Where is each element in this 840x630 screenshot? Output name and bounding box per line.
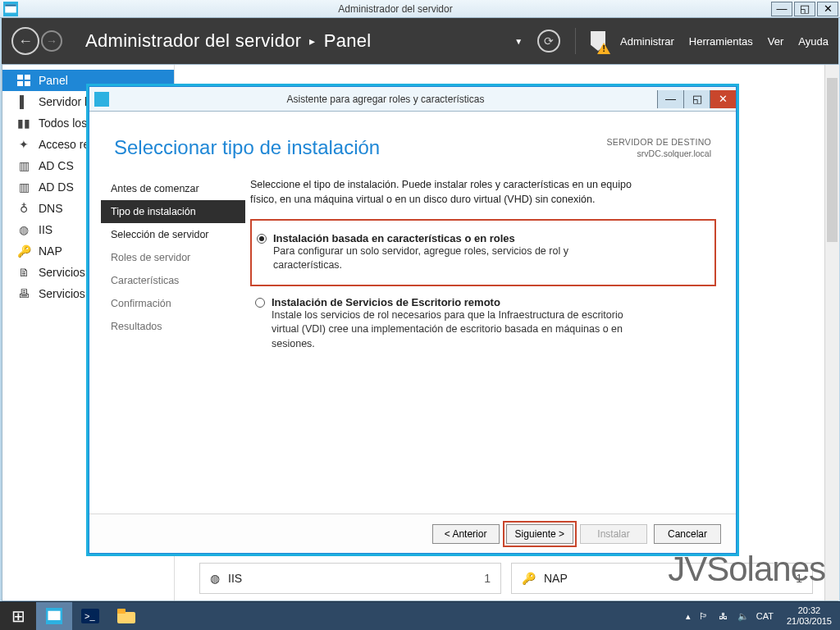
nav-back-button[interactable]: ← [11, 27, 39, 55]
step-confirmation[interactable]: Confirmación [101, 292, 245, 315]
parent-titlebar: Administrador del servidor — ◱ ✕ [0, 0, 840, 18]
radio-role-based[interactable] [257, 234, 267, 244]
svg-rect-4 [17, 81, 23, 86]
step-server-selection[interactable]: Selección de servidor [101, 223, 245, 246]
radio-rds[interactable] [255, 298, 265, 308]
sidebar-item-label: DNS [39, 202, 63, 215]
sidebar-item-label: AD DS [39, 180, 74, 194]
server-manager-icon [94, 92, 109, 107]
option-rds[interactable]: Instalación de Servicios de Escritorio r… [250, 293, 716, 355]
minimize-button[interactable]: — [771, 2, 792, 16]
sidebar-item-label: IIS [39, 223, 52, 236]
wizard-heading: Seleccionar tipo de instalación [114, 136, 607, 159]
taskbar: ⊞ >_ ▴ 🏳 🖧 🔈 CAT 20:32 21/03/2015 [0, 601, 840, 630]
clock-date: 21/03/2015 [787, 616, 832, 627]
tray-chevron-icon[interactable]: ▴ [686, 611, 691, 622]
sidebar-item-label: NAP [39, 244, 62, 258]
servers-icon: ▮▮ [17, 117, 30, 129]
menu-help[interactable]: Ayuda [798, 35, 829, 48]
svg-rect-1 [5, 4, 16, 6]
notifications-flag[interactable]: ! [591, 31, 605, 51]
breadcrumb-current[interactable]: Panel [324, 30, 372, 52]
destination-server: SERVIDOR DE DESTINO srvDC.solquer.local [607, 136, 711, 159]
prev-button[interactable]: < Anterior [432, 524, 500, 544]
svg-rect-5 [25, 81, 30, 86]
next-button[interactable]: Siguiente > [506, 524, 573, 544]
taskbar-powershell[interactable]: >_ [72, 602, 108, 630]
tile-label: IIS [228, 572, 242, 585]
option-role-based[interactable]: Instalación basada en características o … [250, 219, 716, 286]
taskbar-clock[interactable]: 20:32 21/03/2015 [778, 605, 840, 627]
tray-flag-icon[interactable]: 🏳 [697, 609, 710, 623]
install-button[interactable]: Instalar [580, 524, 647, 544]
menu-view[interactable]: Ver [768, 35, 784, 48]
command-bar: ← → Administrador del servidor ▸ Panel ▼… [2, 18, 838, 64]
dest-server-name: srvDC.solquer.local [607, 148, 711, 159]
tile-iis[interactable]: ◍ IIS 1 [199, 563, 501, 594]
taskbar-server-manager[interactable] [36, 602, 72, 630]
dest-label: SERVIDOR DE DESTINO [607, 136, 711, 148]
step-features[interactable]: Características [101, 269, 245, 292]
svg-rect-2 [17, 75, 23, 80]
svg-rect-11 [117, 609, 126, 614]
sidebar-item-label: AD CS [39, 159, 74, 172]
breadcrumb-dropdown-icon[interactable]: ▼ [514, 37, 523, 46]
tray-network-icon[interactable]: 🖧 [717, 609, 730, 623]
tile-label: NAP [544, 572, 568, 585]
server-icon: ▌ [17, 96, 30, 107]
wizard-footer: < Anterior Siguiente > Instalar Cancelar [89, 514, 736, 553]
step-results[interactable]: Resultados [101, 315, 245, 338]
svg-rect-3 [25, 75, 30, 80]
step-installation-type[interactable]: Tipo de instalación [101, 200, 245, 223]
system-tray[interactable]: ▴ 🏳 🖧 🔈 CAT [681, 609, 778, 623]
wizard-close-button[interactable]: ✕ [710, 90, 736, 108]
role-tiles: ◍ IIS 1 🔑 NAP 1 [199, 563, 813, 594]
cert-icon: ▥ [17, 160, 30, 171]
iis-icon: ◍ [210, 572, 220, 585]
add-roles-wizard: Asistente para agregar roles y caracterí… [89, 86, 737, 554]
chevron-right-icon: ▸ [309, 34, 315, 48]
wizard-main: Seleccione el tipo de instalación. Puede… [245, 177, 716, 354]
window-title: Administrador del servidor [21, 3, 769, 15]
server-manager-window: Administrador del servidor — ◱ ✕ ← → Adm… [0, 0, 840, 630]
nav-forward-button[interactable]: → [41, 30, 62, 52]
wizard-steps: Antes de comenzar Tipo de instalación Se… [101, 177, 245, 354]
maximize-button[interactable]: ◱ [794, 2, 815, 16]
refresh-button[interactable]: ⟳ [537, 30, 560, 52]
cancel-button[interactable]: Cancelar [654, 524, 721, 544]
iis-icon: ◍ [17, 224, 30, 235]
svg-rect-7 [48, 611, 61, 620]
wizard-title: Asistente para agregar roles y caracterí… [114, 94, 657, 105]
globe-icon: ✦ [17, 139, 30, 150]
tile-nap[interactable]: 🔑 NAP 1 [511, 563, 813, 594]
dns-icon: ♁ [17, 203, 30, 214]
step-server-roles[interactable]: Roles de servidor [101, 246, 245, 269]
menu-manage[interactable]: Administrar [620, 35, 674, 48]
dashboard-icon [17, 75, 30, 86]
breadcrumb: Administrador del servidor ▸ Panel [85, 30, 523, 52]
files-icon: 🗎 [17, 267, 30, 278]
directory-icon: ▥ [17, 181, 30, 193]
wizard-minimize-button[interactable]: — [657, 90, 683, 108]
key-icon: 🔑 [522, 572, 536, 585]
option-desc: Instale los servicios de rol necesarios … [272, 308, 632, 352]
breadcrumb-root[interactable]: Administrador del servidor [85, 30, 301, 52]
tray-sound-icon[interactable]: 🔈 [737, 609, 750, 623]
clock-time: 20:32 [787, 605, 832, 616]
wizard-maximize-button[interactable]: ◱ [683, 90, 710, 108]
taskbar-explorer[interactable] [108, 602, 144, 630]
wizard-intro-text: Seleccione el tipo de instalación. Puede… [250, 177, 636, 207]
printer-icon: 🖶 [17, 288, 30, 299]
option-title: Instalación basada en características o … [273, 232, 634, 244]
close-button[interactable]: ✕ [817, 2, 838, 16]
tile-count: 1 [796, 572, 802, 585]
step-before-you-begin[interactable]: Antes de comenzar [101, 177, 245, 200]
wizard-titlebar: Asistente para agregar roles y caracterí… [89, 87, 736, 112]
key-icon: 🔑 [17, 245, 30, 257]
svg-rect-10 [117, 612, 135, 623]
tray-language[interactable]: CAT [756, 611, 774, 621]
vertical-scrollbar[interactable] [824, 65, 839, 600]
start-button[interactable]: ⊞ [0, 602, 36, 630]
svg-text:>_: >_ [84, 611, 95, 621]
menu-tools[interactable]: Herramientas [689, 35, 753, 48]
